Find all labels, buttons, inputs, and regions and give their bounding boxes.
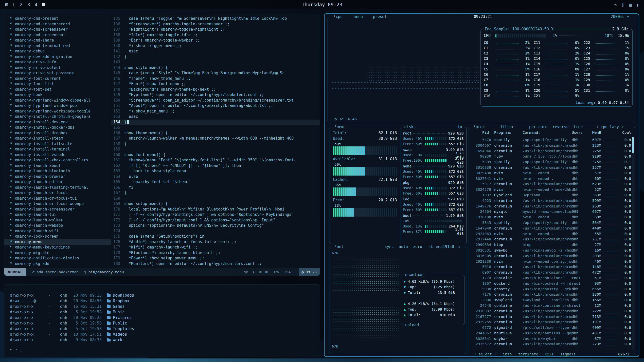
process-row[interactable]: 3024578 nvim nvim --embed /home/dhh/ dhh… [471, 187, 631, 193]
process-row[interactable]: 2941052 nautilus /usr/bin/nautilus --gap… [471, 331, 631, 336]
process-row[interactable]: 2935572 chromium /usr/lib/chromium/chrom… [471, 341, 631, 347]
file-item[interactable]: * omarchy-install-steam [4, 136, 111, 141]
process-row[interactable]: 2167277 chromium /usr/lib/chromium/chrom… [471, 314, 631, 320]
update-interval-control[interactable]: - 2000ms + [605, 14, 631, 19]
preset-button[interactable]: preset [371, 14, 388, 19]
sort-control[interactable]: ‹ cpu lazy › [595, 124, 625, 129]
proc-option[interactable]: tree [572, 124, 584, 129]
file-item[interactable]: * omarchy-hook [4, 92, 111, 98]
process-row[interactable]: 2921330 nvim nvim --embed config.jso dhh… [471, 259, 631, 264]
directory-name[interactable]: Games [107, 304, 125, 309]
file-item[interactable]: * omarchy-install-docker-dbs [4, 125, 111, 130]
file-item[interactable]: * omarchy-cmd-screenshot [4, 32, 111, 38]
disks-title[interactable]: disks [403, 124, 417, 129]
process-row[interactable]: 1897 Hyprland Hyprland dhh 363M 0.0 [471, 193, 631, 198]
mem-box-title[interactable]: ²mem [333, 124, 345, 129]
net-control[interactable]: sync [383, 244, 395, 249]
file-item[interactable]: * omarchy-launch-wifi [4, 228, 111, 234]
net-control[interactable]: auto [398, 244, 409, 249]
proc-option[interactable]: reverse [551, 124, 570, 129]
file-item[interactable]: * omarchy-menu [4, 239, 111, 245]
process-row[interactable]: 4923 chromium /usr/lib/chromium/chrom dh… [471, 198, 631, 204]
process-row[interactable]: 6907 chromium /usr/lib/chromium/chrom dh… [471, 270, 631, 275]
process-row[interactable]: 3016305 chromium /usr/lib/chromium/chrom… [471, 253, 631, 259]
io-mode-toggle[interactable]: io [456, 124, 463, 129]
process-row[interactable]: 3027641 nvim nvim --embed . dhh 60M 0.0 [471, 176, 631, 182]
proc-option[interactable]: per-core [528, 124, 549, 129]
process-row[interactable]: 1649776 chromium /usr/lib/chromium/chrom… [471, 204, 631, 209]
file-item[interactable]: * omarchy-install-dropbox [4, 130, 111, 136]
process-row[interactable]: 1274 containe /usr/bin/containerd root 6… [471, 275, 631, 281]
process-row[interactable]: 2999634 btop btop dhh 27M 0.0 [471, 242, 631, 248]
file-item[interactable]: * omarchy-notification-dismiss [4, 256, 111, 261]
file-item[interactable]: * omarchy-launch-bluetooth [4, 168, 111, 174]
apps-grid-icon[interactable]: ⊞ [5, 2, 8, 8]
file-item[interactable]: * omarchy-launch-webapp [4, 223, 111, 228]
process-row[interactable]: 5399 spotify /opt/spotify/spotify -- dhh… [471, 159, 631, 165]
file-item[interactable]: * omarchy-launch-or-focus-tui [4, 196, 111, 201]
process-row[interactable]: 1654946 chromium /usr/lib/chromium/chrom… [471, 148, 631, 154]
process-row[interactable]: 2006 Xwayland Xwayland :1 -rootless - dh… [471, 297, 631, 303]
directory-name[interactable]: Music [107, 309, 125, 315]
directory-name[interactable]: Videos [107, 332, 127, 337]
file-item[interactable]: * omarchy-install-vscode [4, 152, 111, 158]
file-item[interactable]: * omarchy-launch-about [4, 163, 111, 169]
proc-box-title[interactable]: ⁴proc [472, 124, 486, 129]
process-row[interactable]: 2930982 chromium /usr/lib/chromium/chrom… [471, 309, 631, 314]
footer-action[interactable]: info [501, 351, 513, 357]
file-item[interactable]: * omarchy-launch-tui [4, 212, 111, 218]
file-item[interactable]: * omarchy-font-set [4, 87, 111, 92]
file-item[interactable]: * omarchy-dev-add-migration [4, 54, 111, 60]
directory-name[interactable]: Public [107, 320, 127, 326]
process-row[interactable]: 24564 mysqld mysqld --max-connection 999… [471, 209, 631, 215]
directory-name[interactable]: Work [107, 337, 122, 343]
file-item[interactable]: * omarchy-drive-info [4, 60, 111, 65]
file-item[interactable]: * omarchy-hyprland-window-close-all [4, 98, 111, 103]
bluetooth-icon[interactable]: ᛒ [622, 2, 624, 7]
file-item[interactable]: * omarchy-cmd-terminal-cwd [4, 43, 111, 49]
file-item[interactable]: * omarchy-font-current [4, 76, 111, 82]
process-row[interactable]: 2924063 nvim nvim --embed . dhh 55M 0.0 [471, 231, 631, 237]
file-item[interactable]: * omarchy-cmd-screensaver [4, 27, 111, 32]
workspace-button[interactable]: 1 [12, 2, 15, 7]
file-item[interactable]: * omarchy-install-dev-env [4, 120, 111, 125]
process-row[interactable]: 5470 spotify /opt/spotify/spotify -- dhh… [471, 137, 631, 143]
shell-prompt[interactable]: ~ › [10, 347, 314, 352]
process-row[interactable]: 7176 chromium /usr/lib/chromium/chrom dh… [471, 292, 631, 297]
process-row[interactable]: 1930108 nvim nvim --embed . dhh 69M 0.0 [471, 215, 631, 220]
file-item[interactable]: * omarchy-lock-screen [4, 234, 111, 239]
process-row[interactable]: 1647940 chromium /usr/lib/chromium/chrom… [471, 226, 631, 231]
battery-icon[interactable]: ▮ [636, 2, 639, 7]
file-item[interactable]: * omarchy-drive-set-password [4, 70, 111, 76]
workspace-button[interactable]: 4 [34, 2, 37, 7]
file-item[interactable]: * omarchy-install-tailscale [4, 141, 111, 147]
process-row[interactable]: 3016338 chromium /usr/lib/chromium/chrom… [471, 165, 631, 170]
process-row[interactable]: 1307 dockerd /usr/bin/dockerd -H fd: roo… [471, 281, 631, 287]
tray-icon[interactable]: ▤ [629, 2, 632, 7]
file-item[interactable]: * omarchy-install-xbox-controllers [4, 158, 111, 163]
file-item[interactable]: * omarchy-pkg-add [4, 261, 111, 267]
process-row[interactable]: 5017 chromium /usr/lib/chromium/chrom dh… [471, 181, 631, 187]
process-row[interactable]: 3026541 waybar /usr/bin/waybar dhh 67M 0… [471, 336, 631, 342]
file-item[interactable]: * omarchy-drive-select [4, 65, 111, 71]
process-row[interactable]: 98930 ruby puma 7.1.0 (tcp://local dhh 9… [471, 154, 631, 159]
code-editor[interactable]: 135 case $(menu "Toggle" "▣ Screensaver\… [111, 16, 320, 268]
file-item[interactable]: * omarchy-launch-or-focus-webapp [4, 201, 111, 207]
process-row[interactable]: 5998 ghostty /usr/bin/ghostty --gtk- dhh… [471, 287, 631, 292]
file-item[interactable]: * omarchy-install-terminal [4, 147, 111, 152]
process-row[interactable]: 24540 containe /usr/bin/containerd-shi r… [471, 303, 631, 309]
file-item[interactable]: * omarchy-hyprland-window-pop [4, 103, 111, 109]
filter-button[interactable]: filter [499, 124, 515, 129]
directory-name[interactable]: Templates [107, 326, 134, 332]
process-row[interactable]: 3026531 swaybg /usr/bin/swaybg -i /hom d… [471, 248, 631, 253]
footer-action[interactable]: ↑ select ↓ [472, 351, 498, 357]
file-item[interactable]: * omarchy-launch-floating-terminal [4, 185, 111, 190]
file-item[interactable]: * omarchy-launch-browser [4, 174, 111, 180]
file-item[interactable]: * omarchy-install-chromium-google-a [4, 114, 111, 120]
screenshare-icon[interactable]: ⇅ [614, 2, 617, 7]
net-box-title[interactable]: ³net [333, 244, 345, 249]
footer-action[interactable]: signals [559, 351, 578, 357]
process-row[interactable]: 2929755 chromium /usr/lib/chromium/chrom… [471, 319, 631, 325]
directory-name[interactable]: Downloads [107, 293, 134, 298]
process-scrollbar[interactable] [632, 137, 634, 350]
